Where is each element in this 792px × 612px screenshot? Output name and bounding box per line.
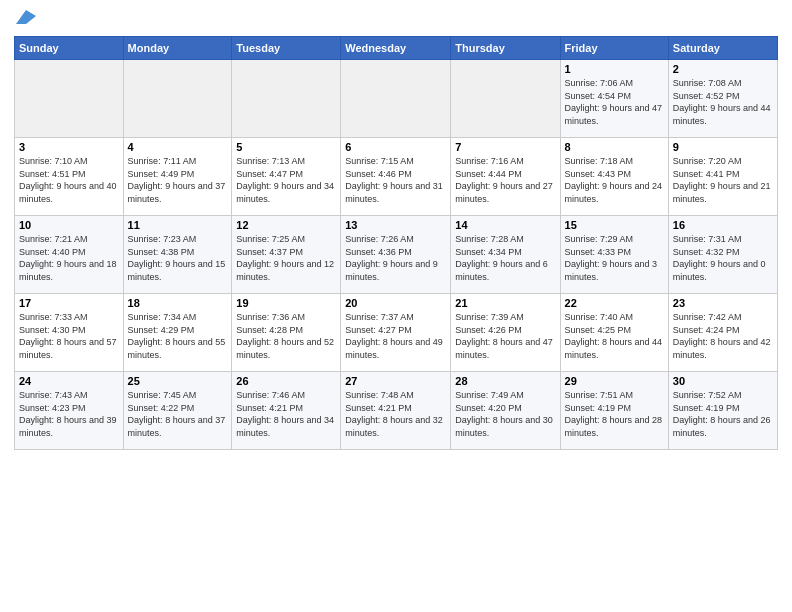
- day-info: Sunrise: 7:43 AM Sunset: 4:23 PM Dayligh…: [19, 389, 119, 439]
- calendar-cell: 26Sunrise: 7:46 AM Sunset: 4:21 PM Dayli…: [232, 372, 341, 450]
- day-info: Sunrise: 7:46 AM Sunset: 4:21 PM Dayligh…: [236, 389, 336, 439]
- day-info: Sunrise: 7:52 AM Sunset: 4:19 PM Dayligh…: [673, 389, 773, 439]
- day-number: 5: [236, 141, 336, 153]
- day-number: 20: [345, 297, 446, 309]
- day-info: Sunrise: 7:23 AM Sunset: 4:38 PM Dayligh…: [128, 233, 228, 283]
- day-number: 19: [236, 297, 336, 309]
- calendar-cell: [451, 60, 560, 138]
- calendar-cell: 2Sunrise: 7:08 AM Sunset: 4:52 PM Daylig…: [668, 60, 777, 138]
- day-number: 29: [565, 375, 664, 387]
- day-info: Sunrise: 7:06 AM Sunset: 4:54 PM Dayligh…: [565, 77, 664, 127]
- day-info: Sunrise: 7:28 AM Sunset: 4:34 PM Dayligh…: [455, 233, 555, 283]
- page-container: SundayMondayTuesdayWednesdayThursdayFrid…: [0, 0, 792, 460]
- day-number: 17: [19, 297, 119, 309]
- header: [14, 10, 778, 28]
- calendar-cell: [341, 60, 451, 138]
- calendar-cell: 10Sunrise: 7:21 AM Sunset: 4:40 PM Dayli…: [15, 216, 124, 294]
- day-number: 11: [128, 219, 228, 231]
- day-info: Sunrise: 7:45 AM Sunset: 4:22 PM Dayligh…: [128, 389, 228, 439]
- day-number: 27: [345, 375, 446, 387]
- day-info: Sunrise: 7:13 AM Sunset: 4:47 PM Dayligh…: [236, 155, 336, 205]
- day-info: Sunrise: 7:16 AM Sunset: 4:44 PM Dayligh…: [455, 155, 555, 205]
- logo: [14, 10, 36, 28]
- calendar-cell: 29Sunrise: 7:51 AM Sunset: 4:19 PM Dayli…: [560, 372, 668, 450]
- logo-icon: [16, 10, 36, 24]
- weekday-header-row: SundayMondayTuesdayWednesdayThursdayFrid…: [15, 37, 778, 60]
- day-info: Sunrise: 7:42 AM Sunset: 4:24 PM Dayligh…: [673, 311, 773, 361]
- week-row-1: 1Sunrise: 7:06 AM Sunset: 4:54 PM Daylig…: [15, 60, 778, 138]
- day-number: 4: [128, 141, 228, 153]
- week-row-4: 17Sunrise: 7:33 AM Sunset: 4:30 PM Dayli…: [15, 294, 778, 372]
- day-number: 24: [19, 375, 119, 387]
- calendar-cell: 12Sunrise: 7:25 AM Sunset: 4:37 PM Dayli…: [232, 216, 341, 294]
- day-number: 7: [455, 141, 555, 153]
- day-info: Sunrise: 7:10 AM Sunset: 4:51 PM Dayligh…: [19, 155, 119, 205]
- calendar-cell: 21Sunrise: 7:39 AM Sunset: 4:26 PM Dayli…: [451, 294, 560, 372]
- calendar-cell: 6Sunrise: 7:15 AM Sunset: 4:46 PM Daylig…: [341, 138, 451, 216]
- day-number: 18: [128, 297, 228, 309]
- day-info: Sunrise: 7:40 AM Sunset: 4:25 PM Dayligh…: [565, 311, 664, 361]
- day-number: 28: [455, 375, 555, 387]
- calendar-cell: 25Sunrise: 7:45 AM Sunset: 4:22 PM Dayli…: [123, 372, 232, 450]
- day-info: Sunrise: 7:48 AM Sunset: 4:21 PM Dayligh…: [345, 389, 446, 439]
- calendar-cell: 24Sunrise: 7:43 AM Sunset: 4:23 PM Dayli…: [15, 372, 124, 450]
- calendar-cell: 5Sunrise: 7:13 AM Sunset: 4:47 PM Daylig…: [232, 138, 341, 216]
- day-info: Sunrise: 7:39 AM Sunset: 4:26 PM Dayligh…: [455, 311, 555, 361]
- day-info: Sunrise: 7:49 AM Sunset: 4:20 PM Dayligh…: [455, 389, 555, 439]
- calendar-cell: [15, 60, 124, 138]
- day-number: 30: [673, 375, 773, 387]
- day-info: Sunrise: 7:26 AM Sunset: 4:36 PM Dayligh…: [345, 233, 446, 283]
- day-info: Sunrise: 7:29 AM Sunset: 4:33 PM Dayligh…: [565, 233, 664, 283]
- day-number: 12: [236, 219, 336, 231]
- day-info: Sunrise: 7:08 AM Sunset: 4:52 PM Dayligh…: [673, 77, 773, 127]
- day-number: 8: [565, 141, 664, 153]
- day-number: 21: [455, 297, 555, 309]
- day-number: 16: [673, 219, 773, 231]
- svg-marker-0: [16, 10, 36, 24]
- calendar-cell: 3Sunrise: 7:10 AM Sunset: 4:51 PM Daylig…: [15, 138, 124, 216]
- calendar-cell: 9Sunrise: 7:20 AM Sunset: 4:41 PM Daylig…: [668, 138, 777, 216]
- calendar-cell: 14Sunrise: 7:28 AM Sunset: 4:34 PM Dayli…: [451, 216, 560, 294]
- calendar-cell: 17Sunrise: 7:33 AM Sunset: 4:30 PM Dayli…: [15, 294, 124, 372]
- weekday-header-tuesday: Tuesday: [232, 37, 341, 60]
- calendar-cell: 23Sunrise: 7:42 AM Sunset: 4:24 PM Dayli…: [668, 294, 777, 372]
- calendar-cell: 8Sunrise: 7:18 AM Sunset: 4:43 PM Daylig…: [560, 138, 668, 216]
- day-info: Sunrise: 7:31 AM Sunset: 4:32 PM Dayligh…: [673, 233, 773, 283]
- calendar-cell: 18Sunrise: 7:34 AM Sunset: 4:29 PM Dayli…: [123, 294, 232, 372]
- calendar-cell: 15Sunrise: 7:29 AM Sunset: 4:33 PM Dayli…: [560, 216, 668, 294]
- day-info: Sunrise: 7:51 AM Sunset: 4:19 PM Dayligh…: [565, 389, 664, 439]
- day-number: 6: [345, 141, 446, 153]
- calendar-cell: 16Sunrise: 7:31 AM Sunset: 4:32 PM Dayli…: [668, 216, 777, 294]
- weekday-header-thursday: Thursday: [451, 37, 560, 60]
- day-number: 1: [565, 63, 664, 75]
- calendar-cell: 28Sunrise: 7:49 AM Sunset: 4:20 PM Dayli…: [451, 372, 560, 450]
- weekday-header-wednesday: Wednesday: [341, 37, 451, 60]
- calendar-cell: 11Sunrise: 7:23 AM Sunset: 4:38 PM Dayli…: [123, 216, 232, 294]
- day-info: Sunrise: 7:36 AM Sunset: 4:28 PM Dayligh…: [236, 311, 336, 361]
- day-number: 22: [565, 297, 664, 309]
- calendar-cell: 22Sunrise: 7:40 AM Sunset: 4:25 PM Dayli…: [560, 294, 668, 372]
- day-number: 25: [128, 375, 228, 387]
- day-info: Sunrise: 7:33 AM Sunset: 4:30 PM Dayligh…: [19, 311, 119, 361]
- calendar-cell: 7Sunrise: 7:16 AM Sunset: 4:44 PM Daylig…: [451, 138, 560, 216]
- day-number: 26: [236, 375, 336, 387]
- day-number: 3: [19, 141, 119, 153]
- calendar-table: SundayMondayTuesdayWednesdayThursdayFrid…: [14, 36, 778, 450]
- calendar-cell: 30Sunrise: 7:52 AM Sunset: 4:19 PM Dayli…: [668, 372, 777, 450]
- day-number: 13: [345, 219, 446, 231]
- day-info: Sunrise: 7:15 AM Sunset: 4:46 PM Dayligh…: [345, 155, 446, 205]
- day-info: Sunrise: 7:20 AM Sunset: 4:41 PM Dayligh…: [673, 155, 773, 205]
- weekday-header-friday: Friday: [560, 37, 668, 60]
- day-info: Sunrise: 7:34 AM Sunset: 4:29 PM Dayligh…: [128, 311, 228, 361]
- day-info: Sunrise: 7:25 AM Sunset: 4:37 PM Dayligh…: [236, 233, 336, 283]
- day-number: 23: [673, 297, 773, 309]
- calendar-cell: 19Sunrise: 7:36 AM Sunset: 4:28 PM Dayli…: [232, 294, 341, 372]
- week-row-2: 3Sunrise: 7:10 AM Sunset: 4:51 PM Daylig…: [15, 138, 778, 216]
- week-row-5: 24Sunrise: 7:43 AM Sunset: 4:23 PM Dayli…: [15, 372, 778, 450]
- day-info: Sunrise: 7:21 AM Sunset: 4:40 PM Dayligh…: [19, 233, 119, 283]
- calendar-cell: [123, 60, 232, 138]
- weekday-header-saturday: Saturday: [668, 37, 777, 60]
- day-info: Sunrise: 7:37 AM Sunset: 4:27 PM Dayligh…: [345, 311, 446, 361]
- calendar-cell: [232, 60, 341, 138]
- weekday-header-sunday: Sunday: [15, 37, 124, 60]
